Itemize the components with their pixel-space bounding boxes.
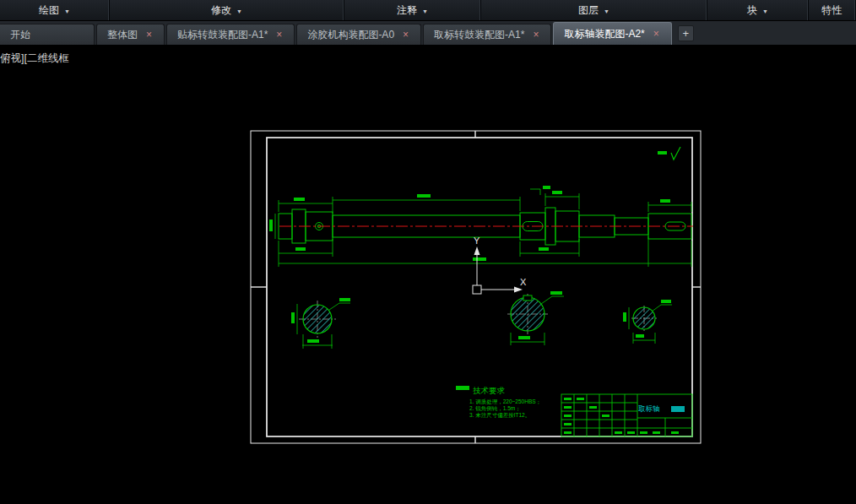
drawing-tab-bar: 开始 整体图 × 贴标转鼓装配图-A1* × 涂胶机构装配图-A0 × 取标转鼓…	[0, 21, 856, 45]
cad-app-window: 绘图 ▼ 修改 ▼ 注释 ▼ 图层 ▼ 块 ▼ 特性 开始 整体图 ×	[0, 0, 856, 504]
tab-start[interactable]: 开始	[0, 24, 95, 45]
keyway-notch	[523, 295, 532, 301]
tab-close-icon[interactable]: ×	[652, 29, 661, 39]
title-block-small-text	[564, 398, 679, 434]
chevron-down-icon: ▼	[236, 8, 242, 14]
tech-requirements-title: 技术要求	[473, 386, 506, 395]
dimension-text-blob	[550, 291, 562, 295]
section-view-left[interactable]	[291, 298, 350, 349]
dimension-text-blob	[307, 339, 319, 343]
dimension-text-blob	[552, 191, 562, 194]
cad-drawing-svg: Y X 技术要求 1. 调质处理，220~250HBS； 2. 锐角倒钝，1.5…	[0, 45, 856, 504]
menu-annotate[interactable]: 注释 ▼	[344, 0, 481, 20]
dimension-text-blob	[518, 336, 530, 339]
tab-labeling-drum-assembly-a1[interactable]: 贴标转鼓装配图-A1* ×	[166, 24, 295, 45]
dimension-text-blob	[269, 219, 273, 231]
ribbon-menu-bar: 绘图 ▼ 修改 ▼ 注释 ▼ 图层 ▼ 块 ▼ 特性	[0, 0, 856, 21]
dimension-text-blob	[294, 198, 305, 201]
dimension-text-blob	[295, 247, 306, 251]
drawing-canvas[interactable]: 俯视][二维线框	[0, 45, 856, 504]
title-block-text-blob	[671, 406, 685, 412]
chevron-down-icon: ▼	[762, 8, 768, 14]
ucs-y-arrow	[474, 247, 480, 255]
menu-layers[interactable]: 图层 ▼	[481, 0, 707, 20]
dimension-text-blob	[291, 312, 295, 323]
new-tab-button[interactable]: +	[678, 25, 694, 41]
tab-label: 开始	[10, 28, 30, 42]
tab-label-taking-shaft-assembly-a2[interactable]: 取标轴装配图-A2* ×	[553, 22, 671, 45]
sheet-frame[interactable]	[251, 131, 701, 443]
tab-gluing-mechanism-assembly-a0[interactable]: 涂胶机构装配图-A0 ×	[296, 24, 421, 45]
tech-requirements[interactable]: 技术要求 1. 调质处理，220~250HBS； 2. 锐角倒钝，1.5m； 3…	[456, 386, 541, 419]
tab-label: 取标轴装配图-A2*	[564, 27, 644, 41]
menu-modify[interactable]: 修改 ▼	[110, 0, 344, 20]
menu-block[interactable]: 块 ▼	[707, 0, 809, 20]
surface-roughness-symbol[interactable]	[658, 147, 680, 160]
tab-label: 涂胶机构装配图-A0	[307, 28, 394, 42]
menu-layers-label: 图层	[578, 3, 599, 18]
tech-requirement-item: 3. 未注尺寸偏差按IT12。	[469, 412, 530, 419]
ucs-y-label: Y	[474, 236, 480, 246]
plus-icon: +	[683, 27, 690, 40]
menu-annotate-label: 注释	[397, 3, 417, 18]
dimension-text-blob	[473, 257, 486, 261]
tab-label-taking-drum-assembly-a1[interactable]: 取标转鼓装配图-A1* ×	[423, 24, 551, 45]
dimension-text-blob	[543, 186, 550, 189]
tab-label: 取标转鼓装配图-A1*	[434, 28, 524, 42]
tab-close-icon[interactable]: ×	[274, 30, 284, 40]
tab-close-icon[interactable]: ×	[531, 30, 540, 40]
legend-swatch	[456, 386, 469, 390]
title-block[interactable]: 取标轴	[561, 394, 692, 436]
chevron-down-icon: ▼	[64, 8, 70, 14]
menu-block-label: 块	[747, 3, 757, 18]
menu-draw-label: 绘图	[39, 3, 59, 18]
ucs-icon: Y X	[473, 236, 527, 294]
tab-label: 贴标转鼓装配图-A1*	[177, 28, 268, 42]
menu-draw[interactable]: 绘图 ▼	[0, 0, 110, 20]
tech-requirement-item: 2. 锐角倒钝，1.5m；	[469, 405, 521, 412]
ucs-x-arrow	[514, 287, 523, 293]
tab-close-icon[interactable]: ×	[144, 30, 154, 40]
dimension-text-blob	[661, 300, 671, 303]
ucs-x-label: X	[520, 277, 527, 287]
section-views[interactable]	[291, 291, 672, 349]
tab-close-icon[interactable]: ×	[401, 30, 410, 40]
menu-modify-label: 修改	[211, 3, 231, 18]
menu-properties-label: 特性	[822, 3, 842, 18]
dimension-text-blob	[660, 199, 670, 203]
dimension-text-blob	[417, 194, 431, 198]
title-block-part-name: 取标轴	[638, 404, 660, 413]
dimension-text-blob	[636, 334, 644, 338]
dimension-text-blob	[539, 247, 549, 251]
section-view-right[interactable]	[623, 300, 672, 344]
dimension-text-blob	[658, 151, 667, 154]
dimension-text-blob	[623, 312, 626, 322]
dimension-text-blob	[339, 298, 350, 301]
tech-requirement-item: 1. 调质处理，220~250HBS；	[469, 398, 541, 405]
section-view-middle[interactable]	[507, 291, 564, 345]
tab-overall-drawing[interactable]: 整体图 ×	[96, 24, 165, 45]
chevron-down-icon: ▼	[422, 8, 428, 14]
tab-label: 整体图	[107, 28, 138, 42]
chevron-down-icon: ▼	[604, 8, 609, 14]
menu-properties[interactable]: 特性	[809, 0, 856, 20]
